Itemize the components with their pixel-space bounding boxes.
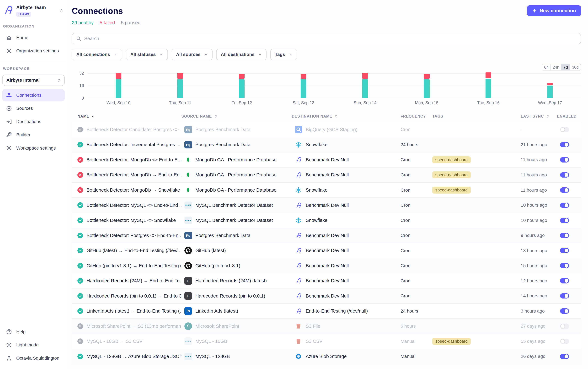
stacked-bar[interactable]: [301, 74, 306, 98]
connection-name: Hardcoded Records (24M) → End-to-End Te.…: [87, 278, 181, 283]
sidebar-item-octavia-squiddington[interactable]: Octavia Squiddington: [2, 352, 65, 364]
filter-all-sources[interactable]: All sources: [172, 49, 212, 60]
table-row[interactable]: Hardcoded Records (24M) → End-to-End Te.…: [72, 273, 581, 288]
table-row[interactable]: GitHub (pin to v1.8.1) → End-to-End Test…: [72, 258, 581, 273]
toggle-knob: [565, 279, 568, 283]
time-range-24h[interactable]: 24h: [550, 64, 561, 71]
airbyte-icon: [295, 232, 302, 239]
table-row[interactable]: Bottleneck Detector: MongoDb → End-to-En…: [72, 167, 581, 182]
workspace-selector[interactable]: Airbyte Internal: [2, 74, 65, 86]
time-range-6h[interactable]: 6h: [542, 64, 551, 71]
sidebar-item-light-mode[interactable]: Light mode: [2, 339, 65, 351]
column-header-last-sync[interactable]: LAST SYNC: [521, 114, 557, 119]
enabled-toggle[interactable]: [560, 248, 569, 253]
stacked-bar[interactable]: [547, 83, 553, 98]
hardcoded-icon: { }: [184, 277, 192, 285]
postgres-icon: Pg: [184, 232, 192, 239]
table-row[interactable]: Bottleneck Detector Candidate: Postgres …: [72, 122, 581, 137]
frequency-cell: Cron: [400, 293, 432, 298]
y-axis-label: 32: [79, 71, 84, 75]
sidebar-item-destinations[interactable]: Destinations: [2, 115, 65, 128]
enabled-toggle[interactable]: [560, 157, 569, 163]
table-row[interactable]: Hardcoded Records (pin to 0.0.1) → End-t…: [72, 288, 581, 303]
toggle-knob: [565, 203, 568, 207]
airbyte-icon: [295, 277, 302, 285]
column-header-source-name[interactable]: SOURCE NAME: [181, 114, 292, 119]
table-row[interactable]: Bottleneck Detector: MongoDb → Snowflake…: [72, 182, 581, 198]
filter-all-connections[interactable]: All connections: [72, 49, 122, 60]
column-header-name[interactable]: NAME: [72, 114, 181, 119]
succeeded-segment: [301, 79, 306, 98]
plus-icon: [532, 8, 537, 13]
table-row[interactable]: Microsoft SharePoint → S3 (13mb performa…: [72, 318, 581, 334]
column-header-label: LAST SYNC: [521, 114, 544, 119]
source-name: MongoDb GA - Performance Database: [195, 172, 277, 178]
enabled-toggle[interactable]: [560, 293, 569, 299]
sidebar-item-workspace-settings[interactable]: Workspace settings: [2, 142, 65, 154]
workspace-selector-value: Airbyte Internal: [6, 78, 40, 83]
filter-all-destinations[interactable]: All destinations: [216, 49, 267, 60]
time-range-7d[interactable]: 7d: [561, 64, 570, 71]
tags-cell: speed-dashboard: [432, 171, 521, 178]
destination-name: Azure Blob Storage: [306, 354, 347, 359]
enabled-toggle[interactable]: [560, 127, 569, 132]
enabled-toggle[interactable]: [560, 218, 569, 223]
stacked-bar[interactable]: [362, 73, 368, 98]
table-row[interactable]: MySQL - 128GB → Azure Blob Storage JSOn …: [72, 349, 581, 364]
stacked-bar[interactable]: [177, 73, 183, 98]
table-row[interactable]: Bottleneck Detector: Incremental Postgre…: [72, 137, 581, 152]
enabled-toggle[interactable]: [560, 187, 569, 193]
new-connection-button[interactable]: New connection: [527, 5, 581, 16]
destination-name: Benchmark Dev Null: [306, 172, 349, 178]
table-row[interactable]: Bottleneck Detector: MongoDb <> End-to-E…: [72, 152, 581, 167]
sidebar-item-sources[interactable]: Sources: [2, 102, 65, 115]
filter-all-statuses[interactable]: All statuses: [126, 49, 168, 60]
table-row[interactable]: MySQL - 10GB → S3 CSVMySQLMySQL - 10GBS3…: [72, 334, 581, 349]
destination-name: Benchmark Dev Null: [306, 248, 349, 253]
org-switcher[interactable]: Airbyte Team TEAMS: [0, 3, 67, 20]
status-healthy-icon: [77, 278, 83, 284]
time-range-30d[interactable]: 30d: [570, 64, 581, 71]
table-row[interactable]: Bottleneck Detector: Postgres <> End-to-…: [72, 228, 581, 243]
sidebar-item-builder[interactable]: Builder: [2, 129, 65, 141]
stacked-bar[interactable]: [424, 74, 430, 98]
stacked-bar[interactable]: [239, 74, 245, 98]
table-header: NAMESOURCE NAMEDESTINATION NAMEFREQUENCY…: [72, 111, 581, 122]
enabled-toggle[interactable]: [560, 354, 569, 359]
table-row[interactable]: LinkedIn Ads (latest) → End-to-End Testi…: [72, 303, 581, 318]
sidebar-item-help[interactable]: Help: [2, 326, 65, 338]
sidebar-item-home[interactable]: Home: [2, 31, 65, 44]
sidebar-item-connections[interactable]: Connections: [2, 89, 65, 101]
failed-segment: [177, 73, 183, 79]
page-header: Connections New connection: [72, 5, 581, 16]
search-input[interactable]: [84, 36, 577, 41]
summary-separator: ·: [117, 20, 119, 25]
enabled-cell: [557, 233, 581, 238]
snowflake-icon: [295, 141, 302, 149]
succeeded-segment: [177, 79, 183, 98]
enabled-toggle[interactable]: [560, 142, 569, 147]
source-name: Postgres Benchmark Data: [195, 127, 250, 132]
stacked-bar[interactable]: [116, 73, 121, 98]
chart-x-label: Sun, Sep 14: [334, 100, 396, 105]
name-cell: GitHub (latest) → End-to-End Testing (/d…: [72, 248, 181, 253]
enabled-toggle[interactable]: [560, 308, 569, 314]
table-row[interactable]: GitHub (latest) → End-to-End Testing (/d…: [72, 243, 581, 258]
filter-tags[interactable]: Tags: [270, 49, 297, 60]
toggle-knob: [561, 324, 565, 328]
column-header-destination-name[interactable]: DESTINATION NAME: [292, 114, 400, 119]
stacked-bar[interactable]: [486, 72, 491, 98]
sidebar-item-organization-settings[interactable]: Organization settings: [2, 45, 65, 57]
enabled-toggle[interactable]: [560, 338, 569, 344]
last-sync-cell: 12 hours ago: [521, 278, 557, 283]
succeeded-segment: [362, 79, 368, 98]
enabled-toggle[interactable]: [560, 172, 569, 178]
enabled-toggle[interactable]: [560, 263, 569, 268]
enabled-toggle[interactable]: [560, 324, 569, 329]
enabled-toggle[interactable]: [560, 278, 569, 283]
table-row[interactable]: Bottleneck Detector: MySQL <> End-to-End…: [72, 197, 581, 213]
enabled-toggle[interactable]: [560, 233, 569, 238]
enabled-toggle[interactable]: [560, 203, 569, 208]
column-header-label: TAGS: [432, 114, 443, 119]
table-row[interactable]: Bottleneck Detector: MySQL <> SnowflakeM…: [72, 213, 581, 228]
